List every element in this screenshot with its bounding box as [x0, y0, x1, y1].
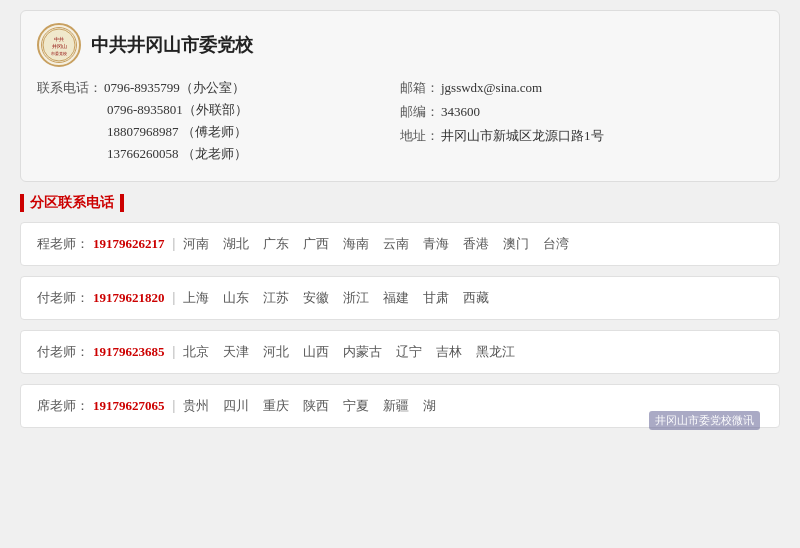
contact-phone: 19179623685 [93, 344, 165, 360]
phone-value-4: 13766260058 （龙老师） [107, 145, 247, 163]
region-item: 河北 [263, 343, 289, 361]
region-item: 台湾 [543, 235, 569, 253]
contact-person: 程老师： [37, 235, 89, 253]
postcode-row: 邮编： 343600 [400, 103, 763, 121]
contact-regions: 上海山东江苏安徽浙江福建甘肃西藏 [183, 289, 489, 307]
address-value: 井冈山市新城区龙源口路1号 [441, 127, 604, 145]
region-item: 海南 [343, 235, 369, 253]
postcode-value: 343600 [441, 104, 480, 120]
region-item: 重庆 [263, 397, 289, 415]
postcode-label: 邮编： [400, 103, 439, 121]
contact-regions: 北京天津河北山西内蒙古辽宁吉林黑龙江 [183, 343, 515, 361]
svg-text:中共: 中共 [54, 36, 64, 42]
region-item: 广东 [263, 235, 289, 253]
school-logo: 中共 井冈山 市委党校 [37, 23, 81, 67]
region-item: 湖 [423, 397, 436, 415]
svg-text:市委党校: 市委党校 [51, 51, 67, 56]
address-row: 地址： 井冈山市新城区龙源口路1号 [400, 127, 763, 145]
region-item: 黑龙江 [476, 343, 515, 361]
region-item: 湖北 [223, 235, 249, 253]
region-item: 青海 [423, 235, 449, 253]
contact-divider: | [173, 398, 176, 414]
section-header: 分区联系电话 [20, 194, 780, 212]
phone-row-3: 18807968987 （傅老师） [107, 123, 400, 141]
contact-card: 程老师：19179626217|河南湖北广东广西海南云南青海香港澳门台湾 [20, 222, 780, 266]
phone-value-2: 0796-8935801（外联部） [107, 101, 248, 119]
region-item: 贵州 [183, 397, 209, 415]
svg-text:井冈山: 井冈山 [52, 43, 67, 49]
logo-inner: 中共 井冈山 市委党校 [41, 27, 77, 63]
contact-card: 席老师：19179627065|贵州四川重庆陕西宁夏新疆湖 [20, 384, 780, 428]
region-item: 山东 [223, 289, 249, 307]
region-item: 内蒙古 [343, 343, 382, 361]
contact-card: 付老师：19179621820|上海山东江苏安徽浙江福建甘肃西藏 [20, 276, 780, 320]
school-title-row: 中共 井冈山 市委党校 中共井冈山市委党校 [37, 23, 763, 67]
phone-value-1: 0796-8935799（办公室） [104, 79, 245, 97]
region-item: 吉林 [436, 343, 462, 361]
region-item: 江苏 [263, 289, 289, 307]
region-item: 浙江 [343, 289, 369, 307]
section-bar-left [20, 194, 24, 212]
region-item: 云南 [383, 235, 409, 253]
region-item: 上海 [183, 289, 209, 307]
contact-phone: 19179627065 [93, 398, 165, 414]
email-row: 邮箱： jgsswdx@sina.com [400, 79, 763, 97]
region-item: 辽宁 [396, 343, 422, 361]
region-item: 香港 [463, 235, 489, 253]
contact-divider: | [173, 236, 176, 252]
region-item: 天津 [223, 343, 249, 361]
contact-phone: 19179626217 [93, 236, 165, 252]
region-item: 西藏 [463, 289, 489, 307]
email-value: jgsswdx@sina.com [441, 80, 542, 96]
section-title: 分区联系电话 [30, 194, 114, 212]
contact-person: 席老师： [37, 397, 89, 415]
region-item: 山西 [303, 343, 329, 361]
contact-regions: 河南湖北广东广西海南云南青海香港澳门台湾 [183, 235, 569, 253]
info-left: 联系电话： 0796-8935799（办公室） 0796-8935801（外联部… [37, 77, 400, 169]
region-item: 陕西 [303, 397, 329, 415]
region-item: 安徽 [303, 289, 329, 307]
region-item: 甘肃 [423, 289, 449, 307]
email-label: 邮箱： [400, 79, 439, 97]
region-item: 宁夏 [343, 397, 369, 415]
region-item: 澳门 [503, 235, 529, 253]
region-item: 广西 [303, 235, 329, 253]
region-item: 北京 [183, 343, 209, 361]
region-item: 河南 [183, 235, 209, 253]
contact-regions: 贵州四川重庆陕西宁夏新疆湖 [183, 397, 436, 415]
phone-row-2: 0796-8935801（外联部） [107, 101, 400, 119]
region-item: 福建 [383, 289, 409, 307]
section-bar-right [120, 194, 124, 212]
main-container: 中共 井冈山 市委党校 中共井冈山市委党校 联系电话： 0796-8935799… [20, 0, 780, 448]
contact-divider: | [173, 344, 176, 360]
school-name: 中共井冈山市委党校 [91, 33, 253, 57]
info-grid: 联系电话： 0796-8935799（办公室） 0796-8935801（外联部… [37, 77, 763, 169]
contact-divider: | [173, 290, 176, 306]
contact-card: 付老师：19179623685|北京天津河北山西内蒙古辽宁吉林黑龙江 [20, 330, 780, 374]
phone-row-4: 13766260058 （龙老师） [107, 145, 400, 163]
phone-label: 联系电话： [37, 79, 102, 97]
contact-person: 付老师： [37, 343, 89, 361]
address-label: 地址： [400, 127, 439, 145]
phone-row-1: 联系电话： 0796-8935799（办公室） [37, 79, 400, 97]
region-item: 新疆 [383, 397, 409, 415]
header-card: 中共 井冈山 市委党校 中共井冈山市委党校 联系电话： 0796-8935799… [20, 10, 780, 182]
contact-person: 付老师： [37, 289, 89, 307]
contact-cards-list: 程老师：19179626217|河南湖北广东广西海南云南青海香港澳门台湾付老师：… [20, 222, 780, 428]
info-right: 邮箱： jgsswdx@sina.com 邮编： 343600 地址： 井冈山市… [400, 77, 763, 169]
phone-value-3: 18807968987 （傅老师） [107, 123, 247, 141]
contact-phone: 19179621820 [93, 290, 165, 306]
region-item: 四川 [223, 397, 249, 415]
